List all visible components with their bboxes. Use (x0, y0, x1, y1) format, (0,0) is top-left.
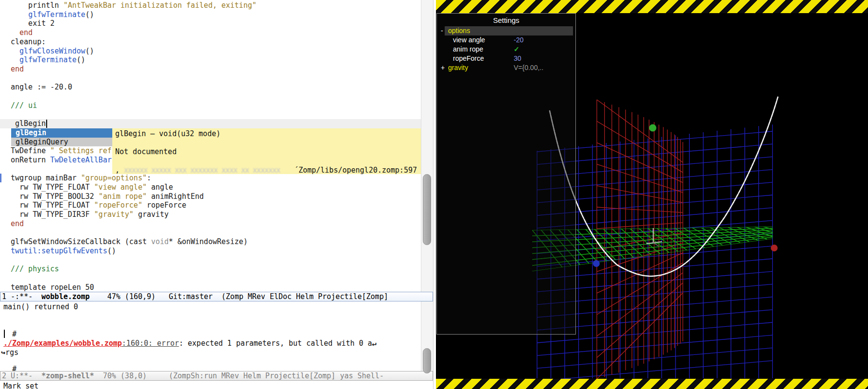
hazard-stripe-bottom (436, 379, 868, 389)
completion-popup: glBeginglBeginQuery (11, 128, 112, 146)
code-line: cleanup: (11, 37, 46, 47)
code-line: end (11, 65, 24, 74)
panel-row-view-angle[interactable]: view angle-20 (437, 35, 575, 45)
panel-row-gravity[interactable]: +gravityV={0.00,.. (437, 63, 575, 72)
panel-group-options[interactable]: -options (445, 26, 573, 35)
tweakbar-settings-panel[interactable]: Settings -optionsview angle-20anim rope✓… (436, 13, 576, 335)
completion-item-selected[interactable]: glBegin (11, 128, 112, 138)
code-line: /// ui (11, 101, 37, 110)
error-file-link[interactable]: ./Zomp/examples/wobble.zomp (3, 339, 122, 348)
panel-row-anim-rope[interactable]: anim rope✓ (437, 45, 575, 54)
row-value[interactable]: V={0.00,.. (514, 63, 543, 72)
code-line: end (11, 219, 24, 229)
row-value[interactable]: ✓ (514, 45, 520, 54)
code-line: template ropeLen 50 (11, 283, 94, 292)
error-message: : expected 1 parameters, but called with… (179, 339, 372, 348)
shell-output: main() returned 0 (3, 302, 78, 311)
opengl-viewport: Settings -optionsview angle-20anim rope✓… (436, 0, 868, 389)
code-line: rw TW_TYPE_FLOAT "ropeForce" ropeForce (11, 201, 186, 210)
code-line: glBegin (11, 119, 46, 128)
text-cursor (46, 120, 47, 128)
line-wrap-start-icon: ↪ (1, 348, 5, 357)
modeline1-flags: 1 -:**- (2, 292, 41, 301)
code-line: println "AntTweakBar initialization fail… (11, 1, 257, 10)
hazard-stripe-top (436, 0, 868, 13)
emacs-editor: println "AntTweakBar initialization fail… (0, 0, 436, 389)
shell-error-continuation: ↪rgs (1, 348, 18, 357)
code-line: angle := -20.0 (11, 83, 72, 92)
blue-ball (593, 260, 600, 267)
row-value[interactable]: -20 (514, 35, 523, 45)
shell-prompt: # (3, 330, 17, 338)
modeline1-info: 47% (160,9) Git:master (Zomp MRev ElDoc … (90, 292, 388, 301)
code-line: twgroup mainBar "group=options": (11, 174, 151, 183)
expand-icon[interactable]: + (441, 63, 445, 72)
tooltip-comma: , (115, 166, 124, 175)
modeline-shell-buffer[interactable]: 2 U:**- *zomp-shell* 70% (38,0) (ZompSh:… (0, 371, 433, 381)
code-window[interactable]: println "AntTweakBar initialization fail… (0, 0, 436, 292)
scrollbar-code-window[interactable] (421, 0, 433, 292)
fringe-indicator (0, 174, 1, 182)
group-label: options (448, 26, 470, 35)
code-line: rw TW_TYPE_DIR3F "gravity" gravity (11, 210, 169, 219)
row-label: anim rope (453, 45, 483, 54)
row-value[interactable]: 30 (514, 54, 521, 63)
panel-title[interactable]: Settings (437, 16, 575, 24)
red-ball (771, 245, 778, 251)
modeline-code-buffer[interactable]: 1 -:**- wobble.zomp 47% (160,9) Git:mast… (0, 292, 433, 301)
code-line: TwDefine " Settings ref (11, 146, 112, 156)
error-location: :160:0: error (122, 339, 179, 348)
row-label: ropeForce (453, 54, 484, 63)
modeline2-buffer-name: *zomp-shell* (41, 371, 94, 380)
completion-item[interactable]: glBeginQuery (11, 138, 112, 147)
row-label: view angle (453, 35, 485, 45)
tooltip-source-path: , xxxxxx xxxxx xxx xxxxxxx xxxx xx xxxxx… (115, 166, 417, 175)
modeline2-info: 70% (38,0) (ZompSh:run MRev Helm Project… (94, 371, 384, 380)
code-line: exit 2 (11, 19, 54, 28)
current-line-highlight (0, 119, 421, 128)
panel-row-ropeForce[interactable]: ropeForce30 (437, 54, 575, 63)
collapse-icon[interactable]: - (441, 26, 443, 35)
code-line: glfwCloseWindow() (11, 47, 94, 56)
row-label: gravity (448, 63, 468, 72)
code-line: end (11, 28, 33, 37)
red-grid (597, 100, 683, 379)
tooltip-file-path: ´Zomp/libs/opengl20.zomp:597 (294, 166, 417, 175)
tooltip-doc: Not documented (115, 147, 176, 156)
modeline2-flags: 2 U:**- (2, 371, 41, 380)
code-line: rw TW_TYPE_BOOL32 "anim rope" animRightE… (11, 192, 204, 201)
code-line: onReturn TwDeleteAllBar (11, 156, 112, 165)
scrollbar-thumb-shell[interactable] (423, 348, 431, 373)
shell-error-line: ./Zomp/examples/wobble.zomp:160:0: error… (3, 339, 377, 348)
code-line: /// physics (11, 265, 59, 274)
scrollbar-thumb-code[interactable] (423, 174, 431, 245)
tooltip-signature: glBegin — void(u32 mode) (115, 129, 221, 138)
screen: println "AntTweakBar initialization fail… (0, 0, 868, 389)
tooltip-smudged-text: xxxxxx xxxxx xxx xxxxxxx xxxx xx xxxxxxx (124, 166, 280, 175)
modeline1-buffer-name: wobble.zomp (41, 292, 89, 301)
code-line: glfwSetWindowSizeCallback (cast void* &o… (11, 237, 248, 247)
green-ball (649, 124, 657, 132)
zomp-shell-window[interactable]: main() returned 0 # ./Zomp/examples/wobb… (0, 301, 421, 371)
code-line: glfwTerminate() (11, 10, 94, 19)
echo-area-message: Mark set (3, 382, 38, 389)
code-line: twutil:setupGlfwEvents() (11, 247, 116, 256)
line-wrap-icon: ↵ (372, 339, 377, 348)
code-line: glfwTerminate() (11, 55, 86, 65)
code-line: rw TW_TYPE_FLOAT "view angle" angle (11, 183, 173, 192)
error-continuation-text: rgs (5, 348, 18, 357)
